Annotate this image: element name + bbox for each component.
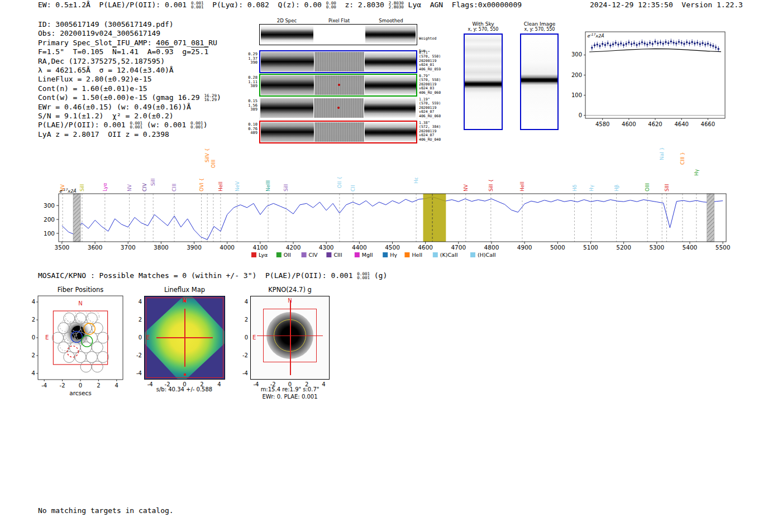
- svg-text:4700: 4700: [451, 244, 466, 251]
- cutout-row: [259, 74, 417, 97]
- legend-label: OII: [284, 252, 291, 258]
- svg-text:200: 200: [571, 72, 582, 78]
- cutout-2d-spec-image: [261, 75, 314, 95]
- svg-text:-4: -4: [41, 382, 47, 389]
- kpno-crosshair-h: [257, 336, 323, 337]
- emission-line-label: SiII: [283, 184, 289, 191]
- svg-text:5400: 5400: [683, 244, 698, 251]
- with-sky-coords: x, y: 570, 550: [461, 27, 505, 32]
- north-label: N: [288, 298, 292, 304]
- header-summary: EW: 0.5±1.2Å P(LAE)/P(OII): 0.001 0.0010…: [38, 1, 522, 9]
- mosaic-match-line: MOSAIC/KPNO : Possible Matches = 0 (with…: [38, 271, 387, 280]
- cutout-row-meta: 1.19"(570, 559)20200119v024_07406_RU_060: [419, 98, 454, 118]
- svg-text:4400: 4400: [352, 244, 367, 251]
- svg-text:arcsecs: arcsecs: [69, 390, 91, 396]
- svg-text:100: 100: [44, 230, 55, 237]
- pixel-flat-marker: [338, 84, 340, 86]
- svg-text:5200: 5200: [616, 244, 631, 251]
- cutout-row-weights: 0.281.11389: [240, 76, 258, 89]
- emission-line-label: NV: [463, 184, 469, 191]
- lineflux-crosshair-h: [156, 337, 212, 338]
- emission-line-label: CIV: [142, 183, 147, 191]
- svg-text:4620: 4620: [648, 121, 662, 127]
- east-label: E: [252, 334, 256, 341]
- axis-tick-label: 0: [237, 334, 248, 341]
- column-header-2d-spec: 2D Spec: [260, 18, 314, 23]
- emission-line-label: NeIII: [265, 180, 271, 191]
- cutout-pixel-flat-image: [314, 98, 364, 118]
- clean-image-coords: x, y: 570, 550: [518, 27, 561, 32]
- svg-text:4100: 4100: [252, 244, 268, 251]
- lineflux-map-title: Lineflux Map: [144, 286, 225, 294]
- kpno-crosshair-v: [290, 300, 291, 375]
- legend-label: Hγ: [390, 252, 397, 258]
- emission-line-label: CII: [350, 185, 356, 191]
- svg-text:5000: 5000: [550, 244, 565, 251]
- axis-tick-label: 0: [131, 334, 142, 341]
- info-line: λ = 4621.65Å σ = 12.04(±3.40)Å: [38, 66, 278, 75]
- weighted-smoothed-image: [365, 26, 416, 43]
- emission-line-label: HeII: [519, 181, 525, 191]
- emission-line-label: Hε: [413, 177, 419, 184]
- svg-text:0: 0: [579, 112, 582, 118]
- with-sky-title: With Sky: [464, 21, 503, 27]
- svg-text:4200: 4200: [286, 244, 301, 251]
- emission-line-label: SiII: [150, 178, 156, 186]
- legend-label: (H)CaII: [478, 252, 496, 258]
- north-label: N: [183, 298, 187, 304]
- emission-line-label: OVI {: [199, 178, 204, 191]
- masked-band: [73, 194, 80, 242]
- weighted-2d-spec-image: [261, 26, 313, 43]
- svg-text:4640: 4640: [674, 121, 688, 127]
- axis-tick-label: 2: [131, 317, 142, 323]
- svg-text:-4: -4: [31, 370, 35, 376]
- svg-text:4: 4: [115, 382, 118, 389]
- axis-tick-label: 4: [214, 381, 223, 387]
- svg-text:100: 100: [571, 92, 582, 98]
- svg-text:e-17x2Å: e-17x2Å: [59, 188, 77, 194]
- svg-text:2: 2: [32, 317, 35, 323]
- cutout-2d-spec-image: [261, 52, 314, 71]
- axis-tick-label: -2: [131, 352, 142, 358]
- info-line: S/N = 9.1(±1.2) χ² = 2.0(±0.2): [38, 112, 278, 121]
- lineflux-bottom-marker: [184, 373, 186, 376]
- legend-label: MgII: [362, 252, 373, 258]
- cutout-smoothed-image: [364, 98, 416, 118]
- info-line: Primary Spec_Slot_IFU_AMP: 406_071_081_R…: [38, 39, 278, 47]
- axis-tick-label: 2: [237, 317, 248, 323]
- svg-text:5100: 5100: [583, 244, 598, 251]
- cutout-smoothed-image: [365, 52, 416, 71]
- svg-text:0: 0: [79, 382, 82, 389]
- axis-tick-label: -4: [146, 381, 155, 387]
- weighted-sum-row: [259, 24, 417, 45]
- pixel-flat-marker: [337, 107, 340, 109]
- axis-tick-label: 4: [320, 381, 328, 387]
- cutout-pixel-flat-image: [314, 75, 364, 95]
- zoom-spectrum-plot: 010020030045804600462046404660e-17x2Å: [564, 25, 743, 128]
- emission-line-label: Hγ: [694, 169, 699, 176]
- svg-text:4660: 4660: [701, 121, 715, 127]
- emission-line-label: Hδ: [572, 184, 578, 191]
- axis-tick-label: -4: [237, 370, 248, 376]
- svg-text:5500: 5500: [716, 244, 731, 251]
- emission-line-label: Hγ: [589, 184, 594, 191]
- axis-tick-label: -4: [251, 381, 260, 387]
- column-header-pixel-flat: Pixel Flat: [314, 18, 364, 23]
- svg-text:4600: 4600: [418, 244, 433, 251]
- svg-text:3500: 3500: [55, 244, 70, 251]
- cutout-row-meta: 0.79"(570, 558)20200119v024_03406_RU_060: [419, 74, 454, 95]
- legend-label: CIV: [309, 252, 318, 258]
- cutout-2d-spec-image: [260, 98, 313, 118]
- svg-text:300: 300: [44, 202, 55, 209]
- emission-line-label: SiIV {: [204, 148, 210, 162]
- svg-text:E: E: [45, 334, 49, 341]
- svg-text:4500: 4500: [385, 244, 400, 251]
- emission-line-label: OIII: [645, 183, 650, 191]
- emission-line-label: Lyα: [102, 183, 108, 191]
- emission-line-label: SIII: [664, 184, 670, 191]
- east-label: E: [146, 334, 150, 341]
- svg-text:4600: 4600: [622, 121, 636, 127]
- footer-line-1: No matching targets in catalog.: [38, 506, 174, 515]
- detection-highlight-band: [423, 194, 446, 242]
- svg-text:3800: 3800: [154, 244, 169, 251]
